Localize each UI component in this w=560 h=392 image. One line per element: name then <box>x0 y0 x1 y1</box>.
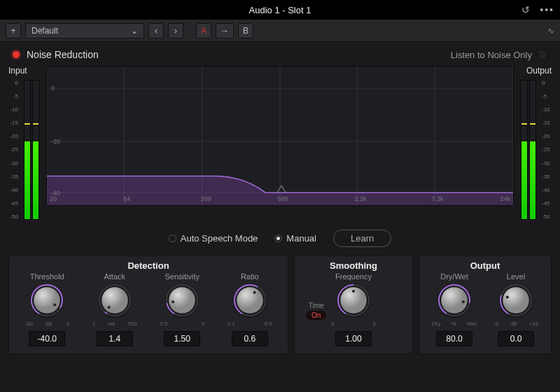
time-toggle[interactable]: Time On <box>306 302 326 320</box>
window-title: Audio 1 - Slot 1 <box>249 5 312 15</box>
x-tick: 24k <box>500 195 510 202</box>
ratio-knob[interactable] <box>233 284 267 319</box>
frequency-value[interactable]: 1.00 <box>335 331 372 346</box>
svg-point-18 <box>172 300 174 303</box>
x-tick: 209 <box>201 195 211 202</box>
plugin-name: Noise Reduction <box>27 49 99 60</box>
frequency-label: Frequency <box>335 272 372 281</box>
spectrum-graph[interactable]: 0 -20 -40 20 64 209 685 2.2k 7.3k 24k <box>46 66 514 206</box>
svg-point-29 <box>503 287 529 314</box>
listen-noise-label: Listen to Noise Only <box>451 50 532 60</box>
svg-point-11 <box>34 287 60 314</box>
smoothing-title: Smoothing <box>300 260 407 271</box>
input-meter: Input 0-5-10-15-20-25-30-35-40-45-50 <box>8 66 39 220</box>
output-title: Output <box>425 260 545 271</box>
more-icon[interactable]: ••• <box>540 4 554 15</box>
ratio-value[interactable]: 0.6 <box>232 331 268 346</box>
drywet-label: Dry/Wet <box>440 272 468 281</box>
smoothing-panel: Smoothing Time On Frequency 02 1.00 <box>294 255 413 354</box>
ab-copy-button[interactable]: → <box>216 23 234 38</box>
power-led[interactable] <box>13 51 20 58</box>
threshold-knob[interactable] <box>30 284 64 319</box>
svg-point-12 <box>54 304 57 307</box>
output-meter: Output 0-5-10-15-20-25-30-35-40-45-50 <box>521 66 552 220</box>
manual-mode-radio[interactable]: Manual <box>274 233 316 244</box>
ab-a-button[interactable]: A <box>196 23 211 38</box>
preset-select[interactable]: Default ⌄ <box>25 23 144 38</box>
plugin-header: Noise Reduction Listen to Noise Only <box>0 42 560 66</box>
x-tick: 7.3k <box>431 195 443 202</box>
add-preset-button[interactable]: + <box>6 23 21 38</box>
ratio-param: Ratio 0.10.9 0.6 <box>223 272 276 346</box>
preset-name: Default <box>31 26 58 36</box>
learn-button[interactable]: Learn <box>333 230 391 247</box>
sensitivity-label: Sensitivity <box>164 272 200 281</box>
output-panel: Output Dry/Wet Dry%Wet 80.0 Level -6dB+1… <box>419 255 552 354</box>
attack-value[interactable]: 1.4 <box>97 331 133 346</box>
time-label: Time <box>309 302 324 309</box>
detection-title: Detection <box>15 260 282 271</box>
level-value[interactable]: 0.0 <box>498 331 534 346</box>
attack-label: Attack <box>104 272 125 281</box>
bypass-icon[interactable]: ∿ <box>547 26 554 36</box>
toolbar: + Default ⌄ ‹ › A → B ∿ <box>0 20 560 42</box>
svg-point-21 <box>253 291 255 294</box>
svg-point-17 <box>169 287 195 314</box>
attack-param: Attack 1ms500 1.4 <box>88 272 141 346</box>
level-param: Level -6dB+18 0.0 <box>489 272 542 346</box>
listen-noise-checkbox[interactable] <box>538 50 547 59</box>
output-meter-label: Output <box>521 66 552 76</box>
threshold-label: Threshold <box>30 272 64 281</box>
y-tick: 0 <box>51 85 55 92</box>
history-icon[interactable]: ↺ <box>522 4 531 15</box>
auto-speech-mode-radio[interactable]: Auto Speech Mode <box>169 233 258 244</box>
x-tick: 64 <box>123 195 130 202</box>
mode-row: Auto Speech Mode Manual Learn <box>0 220 560 255</box>
auto-speech-label: Auto Speech Mode <box>181 233 258 244</box>
svg-point-24 <box>352 290 355 293</box>
listen-noise-toggle[interactable]: Listen to Noise Only <box>451 50 547 60</box>
time-state: On <box>306 311 326 320</box>
drywet-value[interactable]: 80.0 <box>436 331 472 346</box>
level-knob[interactable] <box>499 284 533 319</box>
x-tick: 2.2k <box>355 195 367 202</box>
sensitivity-param: Sensitivity 0.55 1.50 <box>155 272 209 346</box>
frequency-param: Frequency 02 1.00 <box>327 272 380 346</box>
titlebar: Audio 1 - Slot 1 ↺ ••• <box>0 0 560 20</box>
frequency-knob[interactable] <box>337 284 370 319</box>
y-tick: -20 <box>51 138 60 145</box>
drywet-param: Dry/Wet Dry%Wet 80.0 <box>428 272 481 346</box>
attack-knob[interactable] <box>98 284 132 319</box>
chevron-down-icon: ⌄ <box>131 26 138 36</box>
sensitivity-knob[interactable] <box>165 284 199 319</box>
drywet-knob[interactable] <box>438 284 471 319</box>
svg-point-20 <box>237 287 263 314</box>
ratio-label: Ratio <box>241 272 259 281</box>
ab-b-button[interactable]: B <box>238 23 253 38</box>
svg-point-30 <box>506 296 509 299</box>
threshold-param: Threshold -80dB-3 -40.0 <box>20 272 74 346</box>
x-tick: 20 <box>50 195 57 202</box>
preset-prev-button[interactable]: ‹ <box>148 23 164 38</box>
threshold-value[interactable]: -40.0 <box>29 331 65 346</box>
preset-next-button[interactable]: › <box>168 23 183 38</box>
sensitivity-value[interactable]: 1.50 <box>164 331 200 346</box>
input-meter-label: Input <box>8 66 39 76</box>
manual-label: Manual <box>286 233 316 244</box>
svg-point-15 <box>107 306 110 309</box>
detection-panel: Detection Threshold -80dB-3 -40.0 Attack… <box>8 255 288 354</box>
level-label: Level <box>507 272 525 281</box>
svg-point-27 <box>462 300 465 303</box>
x-tick: 685 <box>278 195 288 202</box>
svg-point-26 <box>441 287 468 314</box>
svg-point-14 <box>102 287 128 314</box>
